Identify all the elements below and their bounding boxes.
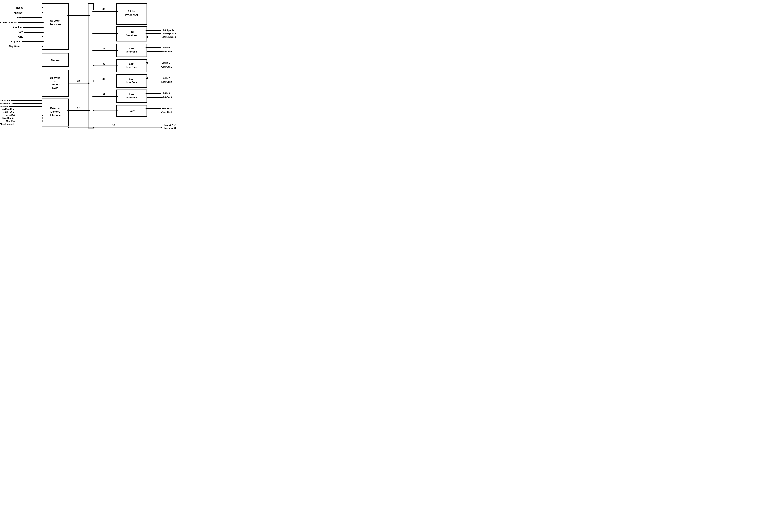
svg-text:2k bytes: 2k bytes	[50, 77, 60, 79]
svg-text:Link: Link	[129, 30, 135, 34]
svg-text:RAM: RAM	[52, 86, 58, 89]
svg-text:notMemRf: notMemRf	[3, 111, 13, 113]
svg-text:GND: GND	[18, 36, 23, 38]
svg-text:Interface: Interface	[126, 96, 137, 99]
svg-text:LinkIn3: LinkIn3	[161, 92, 170, 95]
svg-text:notMemWrB0-3: notMemWrB0-3	[0, 105, 10, 107]
svg-text:Services: Services	[126, 34, 137, 37]
svg-text:of: of	[54, 80, 57, 83]
svg-text:Interface: Interface	[126, 81, 137, 84]
svg-text:System: System	[50, 19, 60, 22]
diagram: System Services 32 bit Processor Link Se…	[0, 0, 176, 131]
svg-text:Timers: Timers	[51, 59, 60, 62]
svg-text:32: 32	[102, 47, 105, 50]
svg-text:MemGranted: MemGranted	[0, 123, 13, 125]
svg-text:Link123Special: Link123Special	[161, 36, 176, 38]
svg-text:VCC: VCC	[18, 31, 24, 34]
svg-text:MemConfig: MemConfig	[2, 117, 14, 119]
svg-text:32 bit: 32 bit	[128, 10, 135, 13]
svg-text:Interface: Interface	[126, 50, 137, 53]
svg-text:Link: Link	[129, 47, 134, 50]
svg-rect-144	[90, 10, 116, 127]
svg-text:LinkOut3: LinkOut3	[161, 96, 172, 99]
svg-text:LinkIn1: LinkIn1	[161, 61, 170, 64]
svg-text:Processor: Processor	[125, 13, 139, 17]
svg-rect-175	[147, 28, 176, 117]
svg-text:ProcClockOut: ProcClockOut	[0, 99, 12, 102]
svg-text:MemnotRfD1: MemnotRfD1	[164, 127, 176, 130]
svg-marker-244	[160, 127, 163, 128]
svg-text:Error: Error	[17, 16, 23, 19]
svg-text:Memory: Memory	[50, 110, 60, 113]
svg-marker-245	[67, 127, 69, 128]
svg-text:Event: Event	[128, 109, 135, 112]
svg-text:External: External	[50, 107, 60, 110]
svg-text:32: 32	[102, 93, 105, 96]
svg-text:MemReq: MemReq	[6, 120, 15, 122]
svg-text:Analyse: Analyse	[13, 11, 22, 14]
svg-text:32: 32	[77, 80, 80, 83]
svg-text:32: 32	[102, 78, 105, 81]
svg-text:Reset: Reset	[16, 6, 22, 9]
svg-text:Interface: Interface	[50, 113, 60, 116]
svg-text:32: 32	[112, 124, 115, 127]
svg-text:On-chip: On-chip	[50, 83, 60, 86]
svg-text:LinkSpecial: LinkSpecial	[161, 29, 175, 32]
diagram-svg: System Services 32 bit Processor Link Se…	[0, 0, 176, 131]
svg-text:LinkOut2: LinkOut2	[161, 81, 172, 84]
svg-text:LinkOut0: LinkOut0	[161, 50, 172, 53]
svg-text:32: 32	[102, 62, 105, 65]
svg-rect-0	[42, 4, 68, 50]
svg-text:notMemRd: notMemRd	[2, 108, 13, 110]
svg-text:CapPlus: CapPlus	[11, 40, 20, 43]
svg-text:Services: Services	[49, 23, 61, 26]
svg-text:Link: Link	[129, 93, 134, 96]
svg-text:LinkIn2: LinkIn2	[161, 77, 170, 80]
svg-text:Link0Special: Link0Special	[161, 32, 176, 35]
svg-text:32: 32	[102, 8, 105, 11]
svg-text:EventAck: EventAck	[161, 111, 172, 113]
svg-text:32: 32	[77, 107, 80, 110]
svg-text:ClockIn: ClockIn	[13, 26, 21, 29]
svg-text:Interface: Interface	[126, 65, 137, 68]
svg-text:MemAD2-31: MemAD2-31	[164, 124, 176, 127]
svg-text:CapMinus: CapMinus	[9, 45, 20, 48]
svg-text:Link: Link	[129, 62, 134, 65]
svg-text:notMemS0-4: notMemS0-4	[0, 102, 13, 105]
svg-text:MemWait: MemWait	[6, 114, 15, 116]
svg-text:EventReq: EventReq	[161, 107, 172, 110]
svg-text:Link: Link	[129, 78, 134, 81]
svg-text:LinkIn0: LinkIn0	[161, 46, 170, 49]
svg-text:LinkOut1: LinkOut1	[161, 65, 172, 68]
svg-text:BootFromROM: BootFromROM	[0, 21, 17, 24]
